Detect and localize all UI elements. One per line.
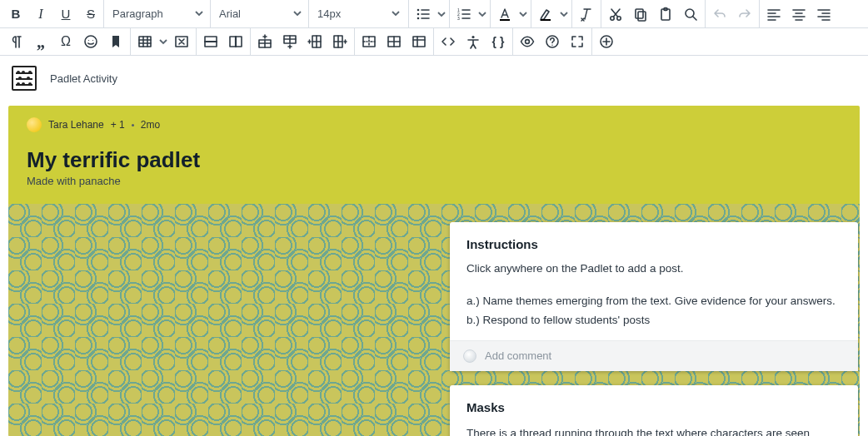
fullscreen-button[interactable] — [565, 29, 590, 54]
svg-rect-10 — [636, 9, 643, 18]
paragraph-mark-button[interactable] — [3, 29, 28, 54]
add-button[interactable] — [594, 29, 619, 54]
strikethrough-button[interactable]: S — [78, 2, 103, 27]
insert-table-button[interactable] — [132, 29, 157, 54]
collaborator-count: + 1 — [111, 119, 125, 131]
svg-point-1 — [417, 12, 420, 15]
svg-text:3: 3 — [457, 16, 460, 21]
highlight-button[interactable] — [533, 2, 558, 27]
svg-point-2 — [417, 17, 420, 19]
size-picker-label: 14px — [317, 7, 341, 20]
table-column-button[interactable] — [223, 29, 248, 54]
author-avatar-icon — [27, 117, 42, 132]
add-comment-placeholder: Add comment — [485, 349, 551, 362]
padlet-meta: Tara Lehane + 1 2mo — [27, 117, 841, 132]
unordered-list-dropdown[interactable] — [436, 2, 447, 27]
add-comment-bar[interactable]: Add comment — [450, 340, 858, 371]
padlet-subtitle: Made with panache — [27, 175, 841, 187]
undo-button[interactable] — [707, 2, 732, 27]
abacus-icon — [12, 66, 37, 91]
svg-rect-18 — [139, 37, 151, 47]
post-age: 2mo — [141, 119, 160, 131]
dot-separator-icon — [132, 124, 134, 126]
underline-glyph: U — [62, 7, 71, 21]
ordered-list-button[interactable]: 123 — [451, 2, 476, 27]
chevron-down-icon — [282, 7, 302, 20]
cut-button[interactable] — [603, 2, 628, 27]
toolbar-row-1: B I U S Paragraph Arial 14px 123 — [0, 0, 868, 27]
ordered-list-dropdown[interactable] — [476, 2, 488, 27]
svg-point-0 — [417, 8, 420, 11]
svg-rect-7 — [541, 19, 551, 21]
card-heading: Masks — [466, 400, 841, 414]
size-picker[interactable]: 14px — [308, 0, 407, 27]
italic-button[interactable]: I — [28, 2, 53, 27]
svg-rect-6 — [500, 19, 510, 21]
bookmark-button[interactable] — [103, 29, 128, 54]
paste-button[interactable] — [653, 2, 678, 27]
svg-rect-11 — [638, 12, 646, 21]
insert-row-below-button[interactable] — [277, 29, 302, 54]
highlight-dropdown[interactable] — [558, 2, 570, 27]
padlet-title: My terrific padlet — [27, 147, 841, 173]
svg-rect-28 — [413, 37, 425, 47]
table-row-button[interactable] — [198, 29, 223, 54]
accessibility-button[interactable] — [461, 29, 486, 54]
chevron-down-icon — [380, 7, 400, 20]
padlet-card-instructions[interactable]: Instructions Click anywhere on the Padle… — [450, 222, 858, 371]
activity-bar: Padlet Activity — [0, 56, 868, 106]
text-color-dropdown[interactable] — [517, 2, 529, 27]
insert-col-left-button[interactable] — [302, 29, 327, 54]
svg-point-17 — [92, 40, 93, 41]
activity-title: Padlet Activity — [50, 72, 117, 85]
clear-formatting-button[interactable] — [574, 2, 599, 27]
copy-button[interactable] — [628, 2, 653, 27]
padlet-canvas[interactable]: Instructions Click anywhere on the Padle… — [8, 204, 860, 436]
special-char-button[interactable]: Ω — [53, 29, 78, 54]
insert-row-above-button[interactable] — [252, 29, 277, 54]
card-intro: Click anywhere on the Padlet to add a po… — [466, 261, 841, 277]
paragraph-picker-label: Paragraph — [112, 7, 163, 20]
cell-options-button[interactable] — [407, 29, 432, 54]
insert-table-dropdown[interactable] — [157, 29, 169, 54]
search-button[interactable] — [678, 2, 703, 27]
emoji-button[interactable] — [78, 29, 103, 54]
help-button[interactable] — [540, 29, 565, 54]
braces-button[interactable]: { } — [486, 29, 511, 54]
card-heading: Instructions — [466, 237, 841, 251]
align-right-button[interactable] — [811, 2, 836, 27]
font-picker[interactable]: Arial — [210, 0, 308, 27]
padlet-embed: Tara Lehane + 1 2mo My terrific padlet M… — [8, 106, 860, 436]
author-name: Tara Lehane — [48, 119, 104, 131]
redo-button[interactable] — [732, 2, 757, 27]
text-color-button[interactable] — [492, 2, 517, 27]
underline-button[interactable]: U — [53, 2, 78, 27]
card-question-a: a.) Name themes emerging from the text. … — [466, 292, 841, 311]
code-view-button[interactable] — [436, 29, 461, 54]
paragraph-picker[interactable]: Paragraph — [103, 0, 210, 27]
card-body: There is a thread running through the te… — [466, 424, 841, 436]
blockquote-button[interactable]: „ — [28, 29, 53, 54]
padlet-card-masks[interactable]: Masks There is a thread running through … — [450, 385, 858, 436]
strike-glyph: S — [87, 7, 95, 21]
chevron-down-icon — [183, 7, 203, 20]
align-left-button[interactable] — [761, 2, 786, 27]
svg-point-32 — [551, 45, 552, 46]
bold-button[interactable]: B — [3, 2, 28, 27]
svg-point-30 — [526, 40, 530, 44]
delete-table-button[interactable] — [169, 29, 194, 54]
insert-col-right-button[interactable] — [327, 29, 352, 54]
unordered-list-button[interactable] — [411, 2, 436, 27]
align-center-button[interactable] — [786, 2, 811, 27]
svg-point-15 — [85, 36, 97, 47]
toolbar-row-2: „ Ω { } — [0, 27, 868, 55]
preview-button[interactable] — [515, 29, 540, 54]
toolbar: B I U S Paragraph Arial 14px 123 — [0, 0, 868, 56]
card-question-b: b.) Respond to fellow students' posts — [466, 311, 841, 330]
merge-cells-button[interactable] — [357, 29, 382, 54]
user-avatar-icon — [463, 349, 476, 363]
font-picker-label: Arial — [219, 7, 241, 20]
padlet-header: Tara Lehane + 1 2mo My terrific padlet M… — [8, 106, 860, 204]
split-cell-button[interactable] — [382, 29, 407, 54]
svg-point-29 — [471, 36, 474, 38]
